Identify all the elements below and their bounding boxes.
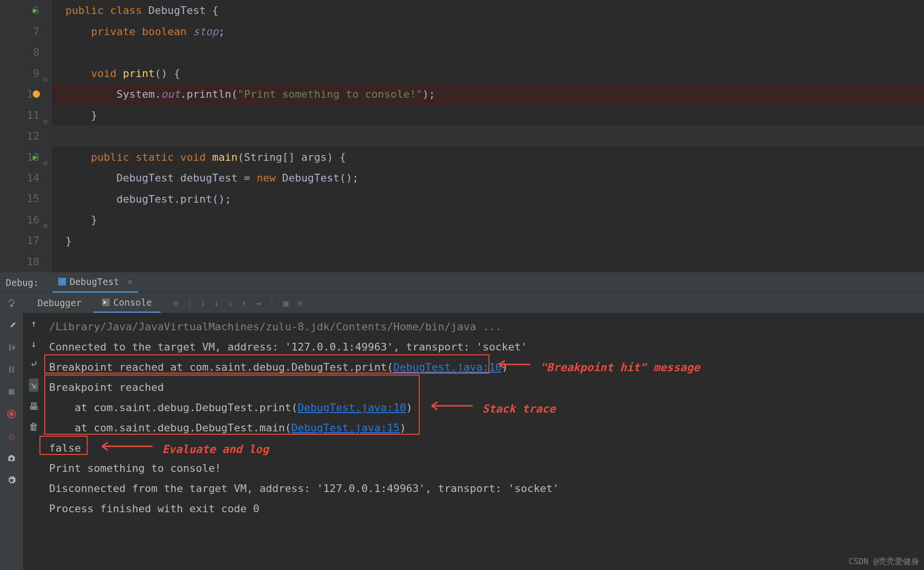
brace: }	[65, 235, 72, 247]
tab-debugger[interactable]: Debugger	[29, 293, 90, 313]
scroll-up-icon[interactable]: ↑	[31, 318, 37, 329]
field: stop	[187, 26, 218, 38]
console-line: Disconnected from the target VM, address…	[49, 479, 924, 499]
svg-point-1	[11, 305, 13, 307]
run-icon[interactable]: ▶	[33, 6, 38, 15]
console-line: Breakpoint reached	[49, 377, 924, 398]
file-link[interactable]: DebugTest.java:10	[393, 361, 501, 373]
console-line: Connected to the target VM, address: '12…	[49, 337, 924, 357]
debug-tab[interactable]: DebugTest ×	[52, 272, 139, 293]
keyword: public static void	[91, 151, 205, 163]
line-number: 18	[27, 256, 40, 268]
line-number: 12	[27, 130, 40, 142]
console-tabs: Debugger Console ≡ | ⤵ ↓ ⇓ ↑ ⇥ | ▦ ≊	[23, 293, 924, 313]
method: print	[116, 67, 154, 79]
arrow-icon	[427, 399, 475, 413]
keyword: void	[91, 67, 116, 79]
brace: }	[65, 109, 97, 121]
threads-icon[interactable]: ≡	[173, 298, 179, 308]
run-icon[interactable]: ▶	[33, 153, 38, 162]
keyword: private boolean	[91, 26, 187, 38]
file-link[interactable]: DebugTest.java:10	[298, 402, 406, 414]
console-line: Breakpoint reached at com.saint.debug.De…	[49, 357, 924, 377]
svg-rect-2	[9, 389, 14, 395]
pause-icon[interactable]	[6, 364, 17, 376]
brace: }	[65, 214, 97, 226]
file-link[interactable]: DebugTest.java:15	[291, 422, 399, 434]
fold-close-icon[interactable]: ⊟	[43, 216, 47, 237]
fold-close-icon[interactable]: ⊟	[43, 111, 47, 132]
line-number: 8	[33, 46, 39, 58]
code: DebugTest();	[276, 172, 359, 184]
line-number: 9	[33, 67, 39, 79]
settings-icon[interactable]	[6, 475, 17, 486]
punct: () {	[154, 67, 180, 79]
console-body: ↑ ↓ ⤶ ⇲ 🖶 🗑 /Library/Java/JavaVirtualMac…	[23, 313, 924, 570]
rerun-icon[interactable]	[6, 298, 17, 309]
punct: (String[] args) {	[238, 151, 346, 163]
arrow-icon	[494, 357, 533, 372]
console-output[interactable]: /Library/Java/JavaVirtualMachines/zulu-8…	[44, 313, 924, 570]
annotation-text: Stack trace	[482, 399, 555, 419]
field: out	[161, 88, 180, 100]
console-side-toolbar: ↑ ↓ ⤶ ⇲ 🖶 🗑	[23, 313, 44, 570]
svg-point-3	[11, 457, 13, 460]
line-number: 17	[27, 234, 40, 246]
force-step-icon[interactable]: ⇓	[228, 298, 233, 308]
fold-icon[interactable]: ⊟	[43, 69, 47, 91]
debug-side-toolbar: ⦸	[0, 293, 23, 570]
camera-icon[interactable]	[6, 453, 17, 464]
debug-panel: ⦸ Debugger Console ≡ | ⤵ ↓ ⇓ ↑ ⇥ | ▦ ≊	[0, 292, 924, 570]
tab-console[interactable]: Console	[93, 293, 161, 313]
step-over-icon[interactable]: ⤵	[201, 298, 205, 308]
console-icon	[102, 298, 110, 306]
keyword: public class	[65, 4, 142, 16]
punct: ;	[218, 26, 225, 38]
line-number: 11	[27, 109, 40, 121]
close-icon[interactable]: ×	[128, 277, 133, 286]
tab-label: DebugTest	[70, 276, 119, 287]
debug-toolbar: Debug: DebugTest ×	[0, 272, 924, 292]
step-out-icon[interactable]: ↑	[242, 298, 247, 308]
tab-label: Console	[114, 297, 152, 308]
stop-icon[interactable]	[6, 386, 17, 398]
code: System.	[65, 88, 161, 100]
brace: {	[212, 4, 218, 16]
line-number: 15	[27, 193, 40, 205]
step-into-icon[interactable]: ↓	[214, 298, 219, 308]
run-to-cursor-icon[interactable]: ⇥	[256, 298, 261, 308]
console-line: at com.saint.debug.DebugTest.main(DebugT…	[49, 418, 924, 438]
method: main	[205, 151, 237, 163]
console-area: Debugger Console ≡ | ⤵ ↓ ⇓ ↑ ⇥ | ▦ ≊ ↑ ↓	[23, 293, 924, 570]
line-number: 16	[27, 214, 40, 226]
type: DebugTest	[65, 172, 174, 184]
svg-rect-0	[58, 278, 66, 285]
print-icon[interactable]: 🖶	[29, 401, 38, 412]
resume-icon[interactable]	[6, 342, 17, 353]
view-breakpoints-icon[interactable]	[6, 408, 17, 420]
code: debugTest =	[174, 172, 257, 184]
wrench-icon[interactable]	[6, 320, 17, 331]
fold-icon[interactable]: ⊟	[43, 153, 47, 174]
scroll-to-end-icon[interactable]: ⇲	[29, 378, 38, 392]
scroll-down-icon[interactable]: ↓	[31, 338, 37, 350]
mute-breakpoints-icon[interactable]: ⦸	[6, 430, 17, 442]
console-line: Process finished with exit code 0	[49, 499, 924, 519]
line-number: 14	[27, 172, 40, 184]
trace-icon[interactable]: ≊	[297, 298, 302, 308]
debug-label: Debug:	[6, 277, 39, 288]
soft-wrap-icon[interactable]: ⤶	[30, 358, 38, 370]
annotation-text: "Breakpoint hit" message	[540, 357, 700, 377]
evaluate-icon[interactable]: ▦	[283, 298, 289, 308]
tab-label: Debugger	[38, 298, 82, 308]
punct: );	[423, 88, 436, 100]
tab-icon	[58, 278, 66, 285]
keyword: new	[257, 172, 276, 184]
watermark: CSDN @秃秃爱健身	[849, 556, 919, 567]
code-content[interactable]: public class DebugTest { private boolean…	[52, 0, 924, 272]
code: debugTest.print();	[65, 193, 231, 205]
arrow-icon	[97, 439, 155, 453]
clear-icon[interactable]: 🗑	[29, 421, 38, 432]
console-line: Print something to console!	[49, 458, 924, 479]
console-toolbar-icons: ≡ | ⤵ ↓ ⇓ ↑ ⇥ | ▦ ≊	[173, 298, 303, 308]
